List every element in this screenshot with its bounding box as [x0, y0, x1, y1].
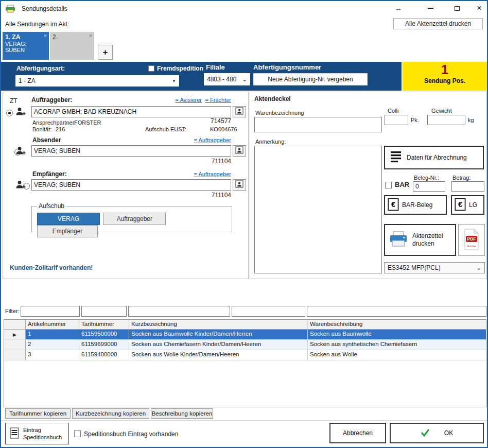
- cell-warenbeschreibung: Socken aus synthetischen Chemiefasern: [308, 340, 486, 350]
- filiale-value: 4803 - 480: [207, 76, 236, 83]
- fremdspedition-checkbox[interactable]: [148, 65, 154, 72]
- printer-select[interactable]: ES3452 MFP(PCL) ⌄: [384, 262, 485, 273]
- table-row[interactable]: 2 61159699000 Socken aus Chemiefasern Ki…: [4, 340, 486, 350]
- eintrag-speditionsbuch-button[interactable]: Eintrag Speditionsbuch: [5, 423, 69, 444]
- column-header-tarifnummer[interactable]: Tarifnummer: [79, 320, 129, 329]
- bar-checkbox[interactable]: [385, 182, 392, 188]
- pdf-button[interactable]: PDF Adobe: [458, 224, 485, 256]
- add-contact-icon[interactable]: [15, 107, 26, 118]
- tab-2-close-icon[interactable]: ×: [89, 32, 92, 39]
- column-header-kurzbezeichnung[interactable]: Kurzbezeichnung: [129, 320, 308, 329]
- column-header-warenbeschreibung[interactable]: Warenbeschreibung: [308, 320, 486, 329]
- bonitaet-value: 216: [56, 126, 65, 132]
- list-lines-icon: [390, 150, 402, 165]
- table-row[interactable]: ▶ 1 61159500000 Socken aus Baumwolle Kin…: [4, 330, 486, 340]
- articles-table: Artikelnummer Tarifnummer Kurzbezeichnun…: [4, 319, 486, 407]
- betrag-input[interactable]: [451, 181, 484, 192]
- filiale-select[interactable]: 4803 - 480 ⌄: [204, 73, 250, 85]
- ok-button[interactable]: OK: [390, 423, 484, 443]
- aktenzettel-drucken-button[interactable]: Aktenzettel drucken: [384, 224, 456, 256]
- filter-input-warenbeschreibung[interactable]: [307, 306, 486, 317]
- lg-button[interactable]: € LG: [451, 195, 484, 215]
- absender-input[interactable]: [31, 145, 231, 157]
- empfaenger-input[interactable]: [31, 179, 231, 191]
- parties-panel: ZT Auftraggeber: = Avisierer = Frächter: [3, 92, 249, 279]
- beleg-nr-input[interactable]: [413, 181, 445, 192]
- empfaenger-auftraggeber-link[interactable]: = Auftraggeber: [194, 171, 231, 177]
- speditionsbuch-checkbox[interactable]: [74, 430, 81, 437]
- svg-text:PDF: PDF: [467, 236, 476, 242]
- cell-tarifnummer: 61159400000: [79, 350, 129, 360]
- warenbezeichnung-input[interactable]: [254, 117, 382, 132]
- empfaenger-number: 711104: [212, 192, 231, 199]
- abfertigung-banner: Abfertigungsart: Fremdspedition 1 - ZA ▼…: [1, 62, 487, 91]
- absender-lookup-button[interactable]: [233, 145, 246, 157]
- filiale-label: Filiale: [206, 63, 225, 71]
- maximize-button[interactable]: [450, 2, 464, 14]
- copy-beschreibung-button[interactable]: Beschreibung kopieren: [151, 408, 213, 419]
- auftraggeber-radio[interactable]: [6, 110, 13, 116]
- title-bar: Sendungsdetails ↔ ×: [1, 1, 487, 16]
- copy-tarifnummer-button[interactable]: Tarifnummer kopieren: [5, 408, 71, 419]
- gewicht-label: Gewicht: [431, 108, 452, 114]
- aufschub-empfaenger-button[interactable]: Empfänger: [37, 225, 98, 237]
- daten-fuer-abrechnung-button[interactable]: Daten für Abrechnung: [384, 146, 484, 169]
- auftraggeber-input[interactable]: [31, 106, 231, 117]
- cell-artikelnummer: 1: [26, 330, 79, 339]
- minimize-button[interactable]: [423, 2, 438, 14]
- aufschub-verag-button[interactable]: VERAG: [37, 213, 100, 225]
- close-button[interactable]: ×: [472, 2, 486, 14]
- avisierer-link[interactable]: = Avisierer: [176, 97, 202, 103]
- auftraggeber-lookup-button[interactable]: [233, 106, 246, 117]
- add-contact-icon[interactable]: [15, 180, 26, 192]
- cell-artikelnummer: 3: [26, 350, 79, 360]
- abfertigungsnummer-label: Abfertigungsnummer: [253, 63, 321, 71]
- colli-label: Colli: [388, 108, 398, 114]
- aufschub-eust-label: Aufschub EUST:: [145, 126, 186, 132]
- neue-abfertigungsnummer-button[interactable]: Neue Abfertigung-Nr. vergeben: [253, 73, 368, 85]
- table-row[interactable]: 3 61159400000 Socken aus Wolle Kinder/Da…: [4, 350, 486, 360]
- cancel-button[interactable]: Abbrechen: [329, 423, 386, 443]
- colli-input[interactable]: [385, 115, 408, 125]
- tab-sendung-1[interactable]: 1. ZA × VERAG; SUBEN: [3, 32, 49, 60]
- tab-1-close-icon[interactable]: ×: [44, 32, 47, 39]
- absender-auftraggeber-link[interactable]: = Auftraggeber: [194, 137, 231, 143]
- ansprechpartner-label: Ansprechpartner:: [32, 119, 76, 126]
- column-header-artikelnummer[interactable]: Artikelnummer: [26, 320, 79, 329]
- tab-2-title: 2.: [53, 33, 92, 41]
- row-selector: [4, 350, 26, 360]
- filter-input-extra[interactable]: [232, 306, 305, 317]
- abfertigungsart-dropdown-icon: ▼: [172, 79, 176, 83]
- add-tab-button[interactable]: +: [98, 45, 113, 60]
- empfaenger-lookup-button[interactable]: [233, 179, 246, 191]
- bar-beleg-button[interactable]: € BAR-Beleg: [384, 195, 447, 215]
- gewicht-input[interactable]: [427, 115, 465, 125]
- add-contact-icon[interactable]: [15, 146, 26, 158]
- svg-text:€: €: [391, 200, 395, 209]
- tab-sendung-2[interactable]: 2. ×: [50, 32, 94, 60]
- copy-kurzbezeichnung-button[interactable]: Kurzbezeichnung kopieren: [72, 408, 149, 419]
- filter-input-tarifnummer[interactable]: [81, 306, 127, 317]
- auftraggeber-number: 714577: [211, 117, 231, 125]
- tab-1-line2: VERAG;: [5, 41, 46, 47]
- anmerkung-textarea[interactable]: [254, 146, 382, 273]
- warenbezeichnung-label: Warenbezeichnung: [255, 110, 304, 116]
- resize-icon[interactable]: ↔: [391, 2, 406, 14]
- aktenzettel-drucken-label: Aktenzettel drucken: [412, 232, 445, 248]
- filter-input-kurzbezeichnung[interactable]: [128, 306, 230, 317]
- cell-kurzbezeichnung: Socken aus Baumwolle Kinder/Damen/Herren: [129, 330, 308, 339]
- tab-1-title: 1. ZA: [5, 33, 46, 41]
- bonitaet-label: Bonität:: [32, 126, 51, 132]
- anmerkung-label: Anmerkung:: [255, 139, 286, 145]
- filter-input-artikelnummer[interactable]: [21, 306, 80, 317]
- beleg-nr-label: Beleg-Nr.:: [414, 175, 439, 181]
- speditionsbuch-checkbox-label: Speditionsbuch Eintrag vorhanden: [84, 430, 178, 438]
- abfertigungsart-value: 1 - ZA: [19, 77, 36, 84]
- abfertigungsart-select[interactable]: 1 - ZA ▼: [15, 75, 179, 87]
- bar-beleg-label: BAR-Beleg: [402, 201, 432, 209]
- print-all-aktenzettel-button[interactable]: Alle Aktenzettel drucken: [393, 18, 483, 29]
- cell-artikelnummer: 2: [26, 340, 79, 350]
- aufschub-auftraggeber-button[interactable]: Auftraggeber: [103, 213, 166, 225]
- fraechter-link[interactable]: = Frächter: [205, 97, 231, 103]
- lg-label: LG: [469, 201, 477, 209]
